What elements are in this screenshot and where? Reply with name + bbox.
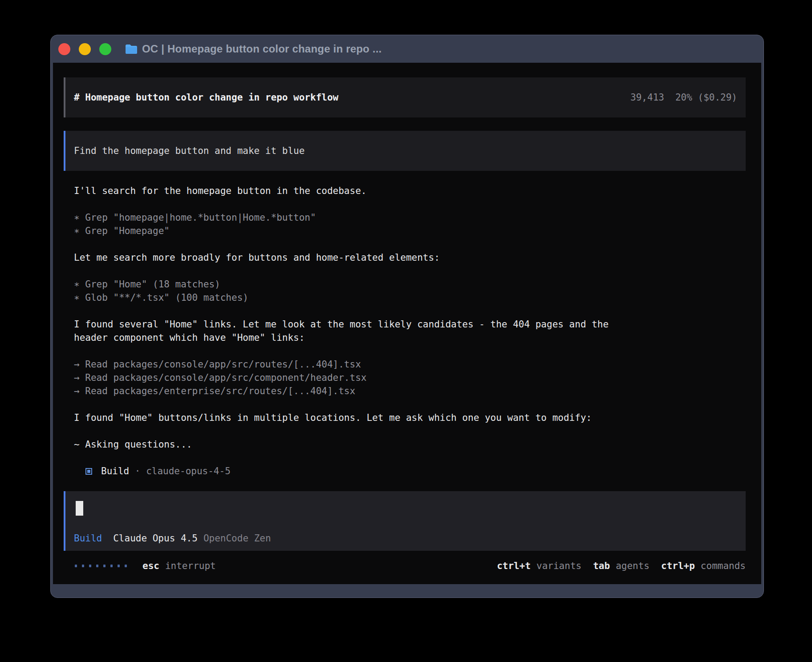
agent-model: claude-opus-4-5 bbox=[146, 464, 231, 478]
tool-call-line: ∗ Glob "**/*.tsx" (100 matches) bbox=[74, 291, 746, 304]
tool-call-line: ∗ Grep "Home" (18 matches) bbox=[74, 278, 746, 291]
assistant-message: I found "Home" buttons/links in multiple… bbox=[74, 411, 746, 424]
status-shortcuts: ctrl+t variants tab agents ctrl+p comman… bbox=[485, 561, 746, 571]
agent-separator: · bbox=[129, 464, 146, 478]
input-agent-label[interactable]: Build bbox=[74, 533, 102, 544]
session-header: # Homepage button color change in repo w… bbox=[64, 77, 746, 117]
tool-calls: → Read packages/console/app/src/routes/[… bbox=[74, 358, 746, 398]
assistant-line: I'll search for the homepage button in t… bbox=[74, 184, 746, 198]
shortcut-agents: tab agents bbox=[593, 561, 650, 571]
status-left: esc interrupt bbox=[75, 561, 216, 571]
spinner-dots-icon bbox=[75, 565, 127, 567]
text-cursor bbox=[76, 501, 83, 516]
assistant-line: header component which have "Home" links… bbox=[74, 331, 746, 344]
assistant-status-line: ~ Asking questions... bbox=[74, 438, 746, 451]
shortcut-commands: ctrl+p commands bbox=[661, 561, 746, 571]
tool-call-line: → Read packages/enterprise/src/routes/[.… bbox=[74, 384, 746, 398]
input-provider-label: OpenCode Zen bbox=[203, 533, 271, 544]
token-count: 39,413 bbox=[630, 92, 664, 103]
agent-square-icon bbox=[85, 468, 92, 475]
assistant-status: ~ Asking questions... bbox=[74, 438, 746, 451]
agent-name: Build bbox=[101, 464, 129, 478]
assistant-message: I'll search for the homepage button in t… bbox=[74, 184, 746, 198]
session-title: # Homepage button color change in repo w… bbox=[74, 92, 338, 103]
tool-calls: ∗ Grep "homepage|home.*button|Home.*butt… bbox=[74, 211, 746, 238]
minimize-button[interactable] bbox=[79, 43, 91, 55]
context-cost: 20% ($0.29) bbox=[675, 92, 737, 103]
tool-call-line: → Read packages/console/app/src/componen… bbox=[74, 371, 746, 384]
user-message: Find the homepage button and make it blu… bbox=[64, 131, 746, 171]
status-bar: esc interrupt ctrl+t variants tab agents… bbox=[75, 559, 746, 573]
tool-calls: ∗ Grep "Home" (18 matches) ∗ Glob "**/*.… bbox=[74, 278, 746, 304]
session-stats: 39,413 20% ($0.29) bbox=[630, 92, 737, 103]
close-button[interactable] bbox=[58, 43, 70, 55]
interrupt-key: esc bbox=[142, 561, 159, 571]
assistant-line: I found "Home" buttons/links in multiple… bbox=[74, 411, 746, 424]
tool-call-line: → Read packages/console/app/src/routes/[… bbox=[74, 358, 746, 371]
tool-call-line: ∗ Grep "Homepage" bbox=[74, 224, 746, 238]
assistant-line: Let me search more broadly for buttons a… bbox=[74, 251, 746, 264]
tool-call-line: ∗ Grep "homepage|home.*button|Home.*butt… bbox=[74, 211, 746, 224]
terminal-content: # Homepage button color change in repo w… bbox=[53, 63, 761, 584]
input-model-label[interactable]: Claude Opus 4.5 bbox=[113, 533, 198, 544]
model-row: Build Claude Opus 4.5 OpenCode Zen bbox=[74, 533, 737, 544]
window-title: OC | Homepage button color change in rep… bbox=[142, 43, 382, 55]
shortcut-variants: ctrl+t variants bbox=[497, 561, 581, 571]
user-message-text: Find the homepage button and make it blu… bbox=[74, 145, 304, 156]
assistant-line: I found several "Home" links. Let me loo… bbox=[74, 318, 746, 331]
folder-icon bbox=[125, 44, 138, 54]
interrupt-label: interrupt bbox=[165, 561, 216, 571]
titlebar[interactable]: OC | Homepage button color change in rep… bbox=[51, 35, 763, 63]
zoom-button[interactable] bbox=[99, 43, 111, 55]
conversation: I'll search for the homepage button in t… bbox=[74, 184, 746, 478]
traffic-lights bbox=[58, 43, 111, 55]
assistant-message: Let me search more broadly for buttons a… bbox=[74, 251, 746, 264]
agent-indicator: Build · claude-opus-4-5 bbox=[74, 464, 746, 478]
terminal-window: OC | Homepage button color change in rep… bbox=[50, 35, 764, 598]
prompt-input[interactable]: Build Claude Opus 4.5 OpenCode Zen bbox=[64, 491, 746, 551]
assistant-message: I found several "Home" links. Let me loo… bbox=[74, 318, 746, 344]
